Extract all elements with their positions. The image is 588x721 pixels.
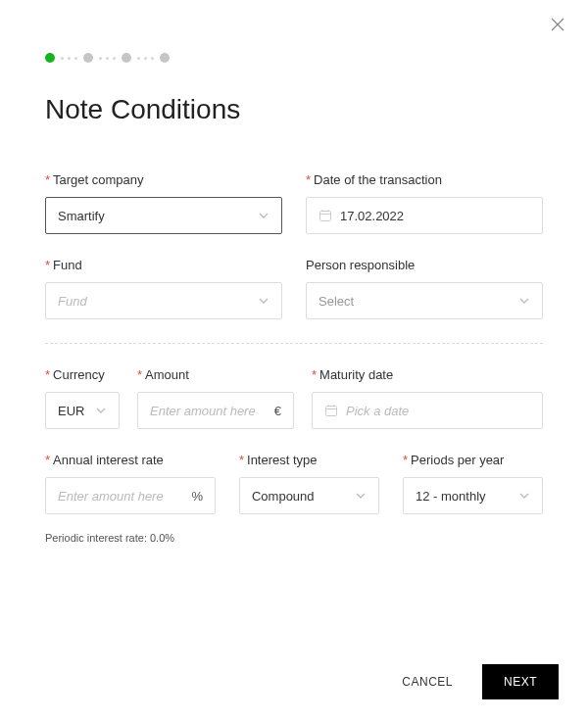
amount-input[interactable] xyxy=(150,404,269,418)
amount-suffix: € xyxy=(274,404,281,418)
periodic-interest-rate: Periodic interest rate: 0.0% xyxy=(45,532,543,544)
fund-placeholder: Fund xyxy=(58,294,258,309)
step-dot-2 xyxy=(83,53,93,63)
chevron-down-icon xyxy=(258,295,270,307)
footer-actions: CANCEL NEXT xyxy=(380,664,559,699)
svg-rect-6 xyxy=(326,407,337,416)
interest-type-value: Compound xyxy=(252,489,355,504)
fund-select[interactable]: Fund xyxy=(45,282,282,319)
chevron-down-icon xyxy=(355,490,367,502)
chevron-down-icon xyxy=(95,405,107,416)
chevron-down-icon xyxy=(258,210,270,221)
page-title: Note Conditions xyxy=(45,94,543,125)
annual-interest-rate-input-wrapper[interactable]: % xyxy=(45,477,216,514)
person-responsible-select[interactable]: Select xyxy=(306,282,543,319)
periods-per-year-label: *Periods per year xyxy=(403,453,543,467)
calendar-icon xyxy=(318,209,332,222)
target-company-value: Smartify xyxy=(58,209,258,223)
maturity-date-placeholder: Pick a date xyxy=(346,404,409,418)
next-button[interactable]: NEXT xyxy=(482,664,559,699)
interest-type-label: *Interest type xyxy=(239,453,379,467)
currency-select[interactable]: EUR xyxy=(45,392,120,429)
currency-label: *Currency xyxy=(45,367,120,382)
chevron-down-icon xyxy=(518,295,530,307)
step-dot-3 xyxy=(122,53,131,63)
cancel-button[interactable]: CANCEL xyxy=(380,664,474,699)
step-dot-4 xyxy=(160,53,170,63)
amount-label: *Amount xyxy=(137,367,294,382)
person-responsible-label: Person responsible xyxy=(306,258,543,272)
periods-per-year-value: 12 - monthly xyxy=(416,489,518,504)
svg-rect-2 xyxy=(320,212,331,221)
maturity-date-input[interactable]: Pick a date xyxy=(312,392,543,429)
transaction-date-input[interactable]: 17.02.2022 xyxy=(306,197,543,234)
annual-interest-rate-suffix: % xyxy=(191,489,203,504)
currency-value: EUR xyxy=(58,404,95,418)
interest-type-select[interactable]: Compound xyxy=(239,477,379,514)
target-company-select[interactable]: Smartify xyxy=(45,197,282,234)
maturity-date-label: *Maturity date xyxy=(312,367,543,382)
annual-interest-rate-label: *Annual interest rate xyxy=(45,453,216,467)
close-icon[interactable] xyxy=(551,18,566,33)
target-company-label: *Target company xyxy=(45,172,282,187)
chevron-down-icon xyxy=(518,490,530,502)
periods-per-year-select[interactable]: 12 - monthly xyxy=(403,477,543,514)
stepper xyxy=(45,53,543,63)
annual-interest-rate-input[interactable] xyxy=(58,489,185,504)
amount-input-wrapper[interactable]: € xyxy=(137,392,294,429)
transaction-date-label: *Date of the transaction xyxy=(306,172,543,187)
transaction-date-value: 17.02.2022 xyxy=(340,209,404,223)
fund-label: *Fund xyxy=(45,258,282,272)
step-dot-1 xyxy=(45,53,55,63)
person-responsible-placeholder: Select xyxy=(318,294,518,309)
divider xyxy=(45,343,543,344)
calendar-icon xyxy=(324,404,338,417)
